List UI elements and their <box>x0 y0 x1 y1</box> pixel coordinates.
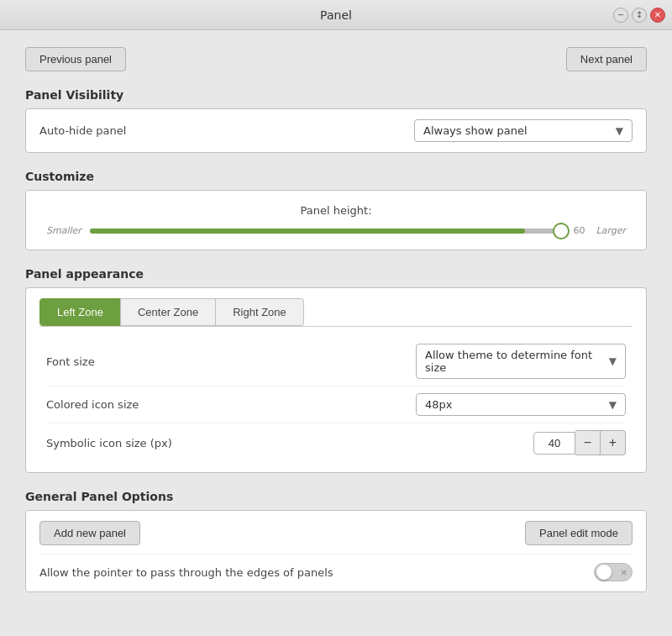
chevron-down-icon-3: ▼ <box>609 399 617 411</box>
panel-height-label: Panel height: <box>46 204 626 217</box>
visibility-dropdown[interactable]: Always show panel ▼ <box>414 119 633 142</box>
customize-title: Customize <box>25 170 647 183</box>
pass-through-label: Allow the pointer to pass through the ed… <box>39 566 333 579</box>
slider-container: Panel height: Smaller 60 Larger <box>39 201 633 239</box>
general-options-box: Add new panel Panel edit mode Allow the … <box>25 510 647 592</box>
tab-center-zone[interactable]: Center Zone <box>120 298 216 326</box>
symbolic-icon-input[interactable] <box>533 432 575 455</box>
panel-visibility-row: Auto-hide panel Always show panel ▼ <box>39 119 633 142</box>
panel-appearance-title: Panel appearance <box>25 267 647 281</box>
font-size-label: Font size <box>46 355 95 368</box>
add-new-panel-button[interactable]: Add new panel <box>39 521 140 545</box>
chevron-down-icon-2: ▼ <box>609 355 617 367</box>
panel-appearance-box: Left Zone Center Zone Right Zone Font si… <box>25 287 647 473</box>
colored-icon-dropdown[interactable]: 48px ▼ <box>416 393 626 416</box>
nav-buttons: Previous panel Next panel <box>25 47 647 71</box>
panel-visibility-title: Panel Visibility <box>25 88 647 102</box>
symbolic-icon-spinner: − + <box>533 430 626 455</box>
increment-button[interactable]: + <box>601 430 626 455</box>
smaller-label: Smaller <box>46 225 81 236</box>
decrement-button[interactable]: − <box>575 430 601 455</box>
close-button[interactable]: ✕ <box>650 8 665 23</box>
larger-label: Larger <box>596 225 626 236</box>
restore-button[interactable]: ↕ <box>632 8 647 23</box>
colored-icon-row: Colored icon size 48px ▼ <box>46 386 626 423</box>
pass-through-toggle[interactable]: ✕ <box>594 563 633 581</box>
general-options-buttons-row: Add new panel Panel edit mode <box>39 521 633 545</box>
toggle-track: ✕ <box>594 563 633 581</box>
previous-panel-button[interactable]: Previous panel <box>25 47 126 71</box>
slider-value: 60 <box>571 225 588 236</box>
pass-through-row: Allow the pointer to pass through the ed… <box>39 554 633 581</box>
symbolic-icon-row: Symbolic icon size (px) − + <box>46 423 626 462</box>
chevron-down-icon: ▼ <box>616 125 623 137</box>
customize-box: Panel height: Smaller 60 Larger <box>25 190 647 250</box>
next-panel-button[interactable]: Next panel <box>566 47 647 71</box>
symbolic-icon-label: Symbolic icon size (px) <box>46 437 172 449</box>
general-options-title: General Panel Options <box>25 490 647 503</box>
titlebar: Panel − ↕ ✕ <box>0 0 672 30</box>
tab-right-zone[interactable]: Right Zone <box>215 298 304 326</box>
slider-thumb[interactable] <box>553 223 570 239</box>
colored-icon-label: Colored icon size <box>46 398 139 411</box>
toggle-thumb <box>596 565 612 580</box>
font-size-value: Allow theme to determine font size <box>425 349 602 374</box>
font-size-dropdown[interactable]: Allow theme to determine font size ▼ <box>416 344 626 379</box>
panel-edit-mode-button[interactable]: Panel edit mode <box>525 521 633 545</box>
tab-left-zone[interactable]: Left Zone <box>39 298 121 326</box>
visibility-dropdown-value: Always show panel <box>423 124 528 137</box>
window-title: Panel <box>320 8 352 22</box>
slider-fill <box>90 229 525 234</box>
appearance-rows: Font size Allow theme to determine font … <box>39 337 633 462</box>
panel-height-slider[interactable] <box>90 229 563 234</box>
panel-visibility-box: Auto-hide panel Always show panel ▼ <box>25 108 647 153</box>
colored-icon-value: 48px <box>425 398 453 411</box>
main-content: Previous panel Next panel Panel Visibili… <box>0 30 672 636</box>
minimize-button[interactable]: − <box>613 8 628 23</box>
toggle-off-icon: ✕ <box>621 568 627 577</box>
window-controls: − ↕ ✕ <box>613 8 665 23</box>
auto-hide-label: Auto-hide panel <box>39 124 126 137</box>
zone-tabs: Left Zone Center Zone Right Zone <box>39 298 633 327</box>
font-size-row: Font size Allow theme to determine font … <box>46 337 626 386</box>
slider-row: Smaller 60 Larger <box>46 225 626 236</box>
